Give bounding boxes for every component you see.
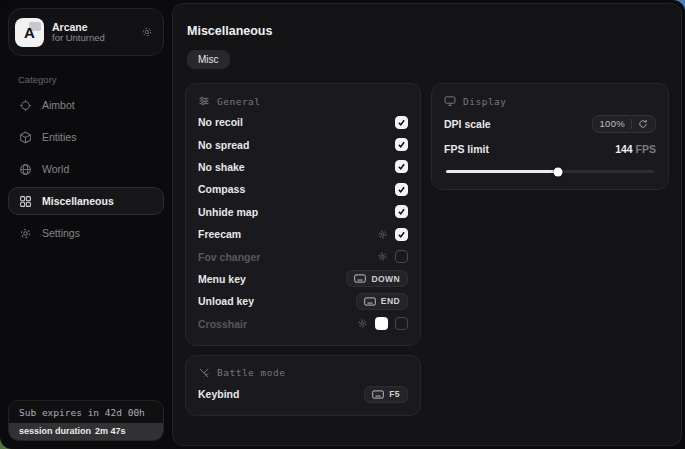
sidebar: A Arcane for Unturned Category: [0, 0, 172, 449]
color-swatch[interactable]: [375, 317, 388, 330]
app-name: Arcane: [52, 21, 133, 33]
checkbox[interactable]: [395, 138, 408, 151]
crosshair-icon: [19, 99, 32, 112]
sub-expiry-text: Sub expires in 42d 00h: [9, 401, 163, 423]
setting-row-keybind: Keybind F5: [198, 383, 408, 405]
app-logo: A: [15, 18, 44, 47]
row-settings-gear-icon[interactable]: [377, 251, 388, 262]
checkbox[interactable]: [395, 116, 408, 129]
subscription-footer: Sub expires in 42d 00h session duration …: [8, 400, 164, 441]
general-card-header: General: [198, 95, 408, 107]
fps-slider[interactable]: [446, 170, 654, 173]
setting-row-menu-key: Menu key DOWN: [198, 268, 408, 290]
keyboard-icon: [364, 297, 376, 306]
setting-row-fov-changer: Fov changer: [198, 245, 408, 267]
setting-label: Crosshair: [198, 318, 247, 330]
sidebar-item-label: Settings: [42, 227, 80, 239]
sidebar-item-label: Miscellaneous: [42, 195, 114, 207]
page-title: Miscellaneous: [187, 24, 669, 38]
swords-icon: [198, 367, 210, 379]
gear-icon: [19, 227, 32, 240]
setting-row-unhide-map: Unhide map: [198, 201, 408, 223]
keyboard-icon: [354, 274, 366, 283]
tab-misc[interactable]: Misc: [187, 50, 230, 69]
display-card-title: Display: [463, 96, 507, 107]
main-panel: Miscellaneous Misc: [172, 3, 682, 446]
general-card: General No recoil No spread No shake: [185, 83, 421, 346]
category-label: Category: [18, 74, 164, 85]
session-duration-value: 2m 47s: [95, 426, 126, 436]
brand-gear-icon[interactable]: [141, 26, 153, 38]
setting-row-crosshair: Crosshair: [198, 313, 408, 335]
sliders-icon: [198, 95, 210, 107]
battle-mode-card-header: Battle mode: [198, 367, 408, 379]
setting-label: Unhide map: [198, 206, 258, 218]
app-subtitle: for Unturned: [52, 33, 133, 44]
key-value: F5: [389, 389, 400, 399]
session-duration-label: session duration: [19, 426, 91, 436]
setting-label: FPS limit: [444, 143, 489, 155]
dpi-scale-control[interactable]: 100%: [592, 115, 657, 133]
setting-label: No recoil: [198, 116, 243, 128]
battle-mode-card: Battle mode Keybind: [185, 355, 421, 416]
checkbox[interactable]: [395, 160, 408, 173]
checkbox[interactable]: [395, 183, 408, 196]
display-card: Display DPI scale 100%: [431, 83, 669, 190]
general-card-title: General: [217, 96, 261, 107]
fps-slider-thumb[interactable]: [554, 167, 563, 176]
tab-bar: Misc: [187, 50, 669, 69]
sidebar-item-label: Aimbot: [42, 99, 75, 111]
session-duration: session duration 2m 47s: [9, 423, 163, 440]
battle-keybind-button[interactable]: F5: [364, 386, 408, 403]
sidebar-item-aimbot[interactable]: Aimbot: [8, 91, 164, 119]
setting-row-unload-key: Unload key END: [198, 290, 408, 312]
setting-row-dpi-scale: DPI scale 100%: [444, 111, 656, 136]
globe-icon: [19, 163, 32, 176]
menu-key-button[interactable]: DOWN: [346, 270, 408, 287]
cube-icon: [19, 131, 32, 144]
keyboard-icon: [372, 390, 384, 399]
refresh-icon[interactable]: [638, 119, 648, 129]
sidebar-item-miscellaneous[interactable]: Miscellaneous: [8, 187, 164, 215]
setting-row-fps-limit: FPS limit 144 FPS: [444, 136, 656, 161]
row-settings-gear-icon[interactable]: [377, 229, 388, 240]
setting-label: Compass: [198, 183, 245, 195]
sidebar-item-label: World: [42, 163, 69, 175]
setting-label: DPI scale: [444, 118, 491, 130]
app-window: A Arcane for Unturned Category: [0, 0, 685, 449]
row-settings-gear-icon[interactable]: [357, 318, 368, 329]
grid-icon: [19, 195, 32, 208]
sidebar-item-settings[interactable]: Settings: [8, 219, 164, 247]
display-card-header: Display: [444, 95, 656, 107]
checkbox[interactable]: [395, 205, 408, 218]
setting-row-no-spread: No spread: [198, 133, 408, 155]
sidebar-item-entities[interactable]: Entities: [8, 123, 164, 151]
brand-text: Arcane for Unturned: [52, 21, 133, 44]
sidebar-item-world[interactable]: World: [8, 155, 164, 183]
setting-label: No spread: [198, 139, 249, 151]
checkbox[interactable]: [395, 250, 408, 263]
brand-card: A Arcane for Unturned: [8, 8, 164, 56]
setting-label: Keybind: [198, 388, 239, 400]
setting-label: No shake: [198, 161, 245, 173]
checkbox[interactable]: [395, 228, 408, 241]
fps-unit: FPS: [636, 143, 656, 155]
monitor-icon: [444, 95, 456, 107]
screen: A Arcane for Unturned Category: [0, 0, 685, 449]
sidebar-nav: Aimbot Entities Wo: [8, 91, 164, 249]
logo-letter: A: [24, 24, 35, 41]
battle-mode-card-title: Battle mode: [217, 367, 285, 378]
setting-label: Fov changer: [198, 251, 260, 263]
setting-row-compass: Compass: [198, 178, 408, 200]
fps-slider-fill: [446, 170, 558, 173]
sidebar-item-label: Entities: [42, 131, 76, 143]
setting-row-no-recoil: No recoil: [198, 111, 408, 133]
setting-label: Unload key: [198, 295, 254, 307]
setting-row-no-shake: No shake: [198, 156, 408, 178]
checkbox[interactable]: [395, 317, 408, 330]
unload-key-button[interactable]: END: [356, 293, 408, 310]
right-column: Display DPI scale 100%: [431, 83, 669, 190]
fps-value: 144 FPS: [615, 143, 656, 155]
key-value: DOWN: [371, 274, 400, 284]
key-value: END: [381, 296, 400, 306]
